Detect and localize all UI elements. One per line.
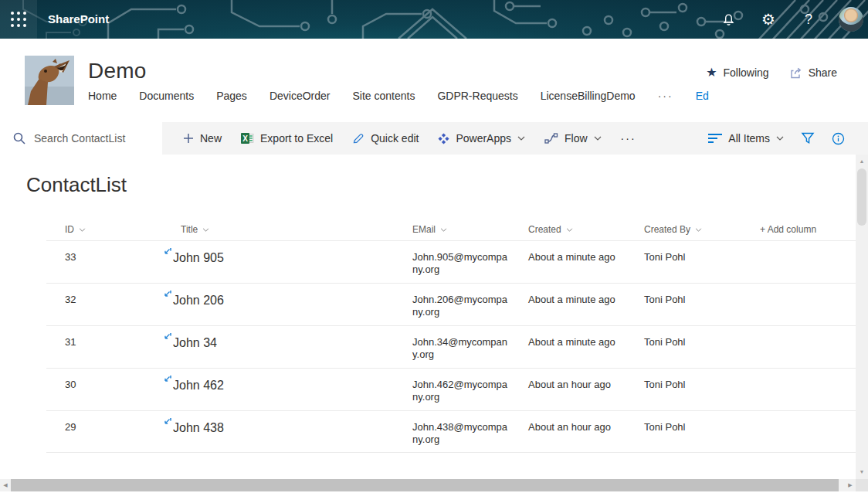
cell-created: About a minute ago: [510, 241, 626, 283]
cell-email: John.462@mycompany.org: [394, 369, 510, 410]
horizontal-scrollbar-thumb[interactable]: [11, 479, 839, 491]
scroll-up-arrow[interactable]: ▲: [856, 156, 868, 167]
new-button[interactable]: New: [183, 132, 222, 144]
chevron-down-icon: [440, 228, 447, 232]
cell-title: John 905: [162, 241, 394, 283]
plus-icon: [183, 133, 194, 144]
suite-bar: SharePoint ⚙ ?: [0, 0, 868, 39]
cell-title: John 206: [162, 284, 394, 325]
chevron-down-icon: [776, 136, 784, 141]
list-search-box[interactable]: [0, 122, 162, 155]
powerapps-label: PowerApps: [456, 132, 511, 144]
cell-email: John.905@mycompany.org: [394, 241, 510, 283]
column-header-created-by[interactable]: Created By: [626, 224, 741, 235]
app-launcher-button[interactable]: [0, 0, 37, 39]
user-avatar[interactable]: [839, 7, 863, 32]
vertical-scrollbar-thumb[interactable]: [857, 168, 866, 226]
cell-id: 30: [46, 369, 162, 410]
view-list-icon: [708, 133, 722, 144]
table-row[interactable]: 33 John 905 John.905@mycompany.org About…: [46, 240, 856, 283]
info-button[interactable]: [832, 132, 845, 145]
search-icon: [12, 131, 26, 145]
chevron-down-icon: [695, 228, 702, 232]
list-title: ContactList: [26, 173, 127, 197]
nav-edit-link[interactable]: Ed: [696, 90, 709, 102]
waffle-icon: [11, 12, 26, 27]
notifications-button[interactable]: [718, 9, 738, 29]
star-icon: ★: [706, 66, 717, 79]
help-button[interactable]: ?: [798, 9, 819, 29]
site-logo-camel-image[interactable]: [25, 56, 74, 105]
vertical-scrollbar[interactable]: ▲ ▼: [856, 155, 868, 479]
quick-edit-button[interactable]: Quick edit: [352, 132, 419, 144]
nav-item-gdpr-requests[interactable]: GDPR-Requests: [437, 90, 517, 102]
open-item-icon: [162, 417, 171, 427]
item-title-link[interactable]: John 34: [173, 336, 217, 350]
item-title-link[interactable]: John 438: [173, 421, 224, 435]
site-title[interactable]: Demo: [88, 59, 147, 83]
export-label: Export to Excel: [260, 132, 333, 144]
column-header-title[interactable]: Title: [162, 224, 394, 235]
export-to-excel-button[interactable]: X Export to Excel: [241, 132, 333, 144]
cell-email: John.438@mycompany.org: [394, 411, 510, 452]
cell-created: About an hour ago: [510, 369, 626, 410]
chevron-down-icon: [594, 136, 602, 141]
cell-id: 32: [46, 284, 162, 325]
table-row[interactable]: 32 John 206 John.206@mycompany.org About…: [46, 283, 856, 325]
following-button[interactable]: ★ Following: [706, 66, 768, 79]
question-mark-icon: ?: [805, 12, 812, 28]
table-row[interactable]: 29 John 438 John.438@mycompany.org About…: [46, 410, 856, 453]
open-item-icon: [162, 290, 171, 299]
chevron-down-icon: [566, 228, 573, 232]
cell-email: John.34@mycompany.org: [394, 326, 510, 368]
suite-bar-app-name: SharePoint: [48, 0, 109, 39]
horizontal-scrollbar[interactable]: ◀ ▶: [0, 479, 856, 491]
flow-icon: [544, 133, 558, 144]
search-input[interactable]: [34, 132, 158, 144]
gear-icon: ⚙: [761, 12, 775, 27]
item-title-link[interactable]: John 206: [173, 294, 224, 308]
following-label: Following: [724, 66, 769, 79]
nav-item-site-contents[interactable]: Site contents: [352, 90, 415, 102]
column-header-email[interactable]: EMail: [394, 224, 510, 235]
table-header-row: ID Title EMail Created Created By: [46, 219, 856, 240]
command-bar: New X Export to Excel Quick edit: [0, 122, 868, 155]
list-view-main: ContactList ID Title EMail Created: [0, 155, 856, 479]
cell-id: 29: [46, 411, 162, 452]
settings-button[interactable]: ⚙: [758, 9, 778, 29]
view-selector-button[interactable]: All Items: [708, 132, 784, 144]
flow-button[interactable]: Flow: [544, 132, 602, 144]
share-button[interactable]: Share: [789, 66, 837, 79]
command-overflow-button[interactable]: ···: [621, 132, 636, 144]
cell-created: About a minute ago: [510, 326, 626, 368]
table-row[interactable]: 31 John 34 John.34@mycompany.org About a…: [46, 325, 856, 368]
nav-item-pages[interactable]: Pages: [216, 90, 247, 102]
add-column-button[interactable]: + Add column: [741, 224, 856, 235]
scroll-down-arrow[interactable]: ▼: [856, 467, 868, 478]
nav-item-deviceorder[interactable]: DeviceOrder: [270, 90, 331, 102]
nav-overflow-button[interactable]: ···: [658, 90, 673, 102]
new-label: New: [200, 132, 222, 144]
cell-email: John.206@mycompany.org: [394, 284, 510, 325]
column-header-id[interactable]: ID: [46, 224, 162, 235]
scroll-right-arrow[interactable]: ▶: [845, 479, 856, 491]
nav-item-home[interactable]: Home: [88, 90, 117, 102]
scrollbar-corner: [856, 479, 868, 491]
filter-button[interactable]: [801, 132, 815, 144]
open-item-icon: [162, 332, 171, 342]
site-navigation: Home Documents Pages DeviceOrder Site co…: [88, 90, 709, 102]
table-row[interactable]: 30 John 462 John.462@mycompany.org About…: [46, 368, 856, 410]
nav-item-licensebillingdemo[interactable]: LicenseBillingDemo: [541, 90, 636, 102]
nav-item-documents[interactable]: Documents: [139, 90, 194, 102]
scroll-left-arrow[interactable]: ◀: [0, 479, 11, 491]
open-item-icon: [162, 375, 171, 384]
cell-id: 33: [46, 241, 162, 283]
share-icon: [789, 67, 802, 79]
item-title-link[interactable]: John 462: [173, 379, 224, 393]
cell-created-by: Toni Pohl: [626, 411, 741, 452]
column-header-created[interactable]: Created: [510, 224, 626, 235]
powerapps-button[interactable]: PowerApps: [438, 132, 525, 144]
item-title-link[interactable]: John 905: [173, 251, 224, 265]
cell-created: About a minute ago: [510, 284, 626, 325]
cell-id: 31: [46, 326, 162, 368]
